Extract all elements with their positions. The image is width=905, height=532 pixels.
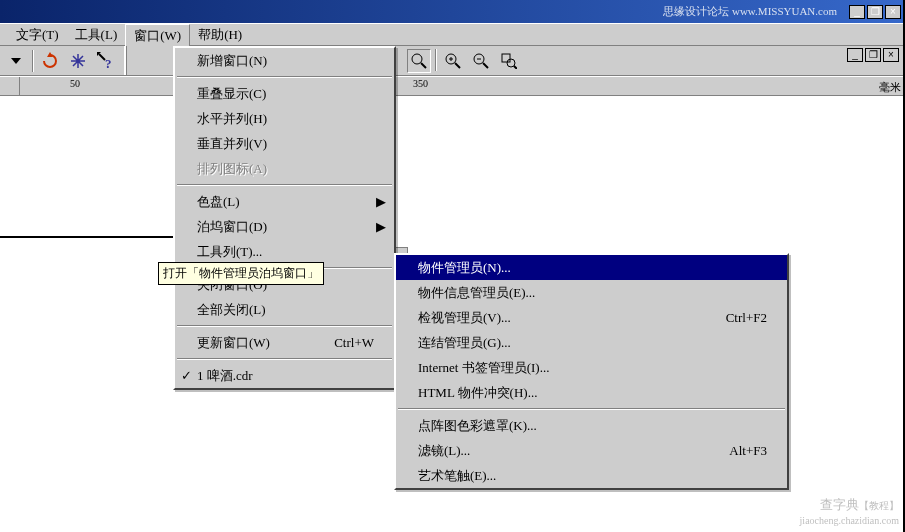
menu-palette[interactable]: 色盘(L)▶	[175, 189, 394, 214]
svg-text:?: ?	[105, 56, 112, 70]
mdi-close-button[interactable]: ×	[883, 48, 899, 62]
zoom-fit-icon[interactable]	[497, 49, 521, 73]
menu-help[interactable]: 帮助(H)	[190, 24, 250, 46]
submenu-object-manager[interactable]: 物件管理员(N)...	[396, 255, 787, 280]
ruler-tick-350: 350	[413, 78, 428, 89]
menu-tile-vertical[interactable]: 垂直并列(V)	[175, 131, 394, 156]
submenu-object-info[interactable]: 物件信息管理员(E)...	[396, 280, 787, 305]
toolbar: ? _ ❐ ×	[0, 46, 903, 76]
ruler-origin[interactable]	[0, 77, 20, 97]
submenu-internet-bookmark[interactable]: Internet 书签管理员(I)...	[396, 355, 787, 380]
submenu-lens[interactable]: 滤镜(L)...Alt+F3	[396, 438, 787, 463]
maximize-button[interactable]: ❐	[867, 5, 883, 19]
ruler-unit-label: 毫米	[879, 80, 901, 95]
zoom-tool-icon[interactable]	[407, 49, 431, 73]
menu-document-1[interactable]: ✓1 啤酒.cdr	[175, 363, 394, 388]
mdi-minimize-button[interactable]: _	[847, 48, 863, 62]
svg-rect-13	[502, 54, 510, 62]
submenu-view-manager[interactable]: 检视管理员(V)...Ctrl+F2	[396, 305, 787, 330]
svg-marker-0	[11, 58, 21, 64]
mdi-restore-button[interactable]: ❐	[865, 48, 881, 62]
window-menu-dropdown: 新增窗口(N) 重叠显示(C) 水平并列(H) 垂直并列(V) 排列图标(A) …	[173, 46, 396, 390]
ruler-tick-50: 50	[70, 78, 80, 89]
menu-new-window[interactable]: 新增窗口(N)	[175, 48, 394, 73]
menu-cascade[interactable]: 重叠显示(C)	[175, 81, 394, 106]
menu-text[interactable]: 文字(T)	[8, 24, 67, 46]
submenu-art-brush[interactable]: 艺术笔触(E)...	[396, 463, 787, 488]
title-bar: 思缘设计论坛 www.MISSYUAN.com _ ❐ ×	[0, 0, 903, 23]
submenu-link-manager[interactable]: 连结管理员(G)...	[396, 330, 787, 355]
close-button[interactable]: ×	[885, 5, 901, 19]
menu-tile-horizontal[interactable]: 水平并列(H)	[175, 106, 394, 131]
svg-line-5	[421, 63, 426, 68]
tooltip: 打开「物件管理员泊坞窗口」	[158, 262, 324, 285]
submenu-bitmap-mask[interactable]: 点阵图色彩遮罩(K)...	[396, 413, 787, 438]
watermark-bottom: 查字典【教程】 jiaocheng.chazidian.com	[800, 498, 899, 528]
submenu-arrow-icon: ▶	[376, 219, 386, 235]
horizontal-ruler: 50 200 250 300 350 毫米	[0, 76, 903, 96]
check-icon: ✓	[181, 368, 192, 384]
svg-line-11	[483, 63, 488, 68]
menu-arrange-icons: 排列图标(A)	[175, 156, 394, 181]
submenu-html-conflict[interactable]: HTML 物件冲突(H)...	[396, 380, 787, 405]
dockers-submenu: 物件管理员(N)... 物件信息管理员(E)... 检视管理员(V)...Ctr…	[394, 253, 789, 490]
help-icon[interactable]: ?	[94, 49, 118, 73]
forum-watermark: 思缘设计论坛 www.MISSYUAN.com	[663, 4, 837, 19]
dropdown-button[interactable]	[4, 49, 28, 73]
submenu-arrow-icon: ▶	[376, 194, 386, 210]
minimize-button[interactable]: _	[849, 5, 865, 19]
menu-bar: 文字(T) 工具(L) 窗口(W) 帮助(H)	[0, 23, 903, 46]
svg-point-4	[412, 54, 422, 64]
svg-point-14	[507, 59, 515, 67]
accelerator-label: Ctrl+W	[334, 335, 374, 351]
svg-line-15	[514, 66, 517, 69]
menu-close-all[interactable]: 全部关闭(L)	[175, 297, 394, 322]
menu-refresh-window[interactable]: 更新窗口(W)Ctrl+W	[175, 330, 394, 355]
menu-tools[interactable]: 工具(L)	[67, 24, 126, 46]
refresh-icon[interactable]	[38, 49, 62, 73]
zoom-out-icon[interactable]	[469, 49, 493, 73]
zoom-in-icon[interactable]	[441, 49, 465, 73]
accelerator-label: Ctrl+F2	[726, 310, 767, 326]
sparkle-icon[interactable]	[66, 49, 90, 73]
menu-toolbars[interactable]: 工具列(T)...	[175, 239, 394, 264]
horizontal-line	[0, 236, 175, 238]
accelerator-label: Alt+F3	[729, 443, 767, 459]
menu-dockers[interactable]: 泊坞窗口(D)▶	[175, 214, 394, 239]
svg-line-7	[455, 63, 460, 68]
menu-window[interactable]: 窗口(W)	[125, 24, 190, 47]
